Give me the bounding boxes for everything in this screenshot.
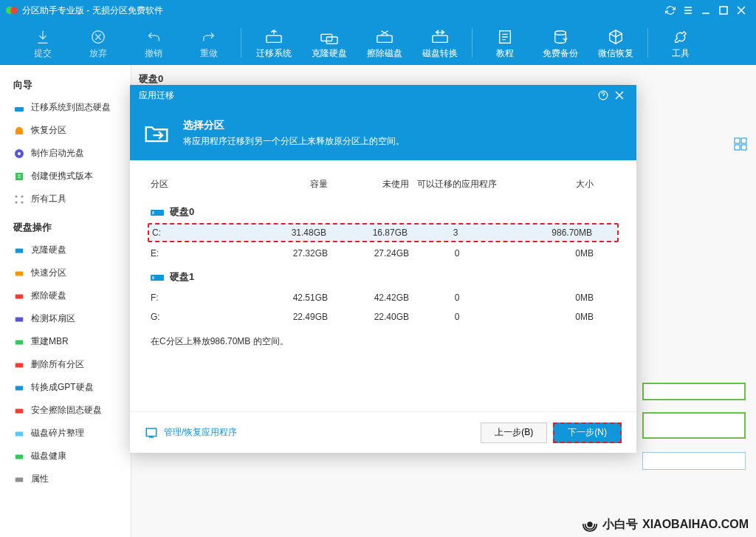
toolbar-教程[interactable]: 教程 [477,22,532,64]
sidebar-item-所有工具[interactable]: 所有工具 [0,188,131,211]
view-toggle-icon[interactable] [734,137,747,151]
close-icon[interactable] [732,3,750,18]
toolbar-icon [90,27,106,47]
sidebar-item-制作启动光盘[interactable]: 制作启动光盘 [0,142,131,165]
toolbar-提交[interactable]: 提交 [15,22,70,64]
help-icon[interactable] [595,87,611,103]
toolbar-免费备份[interactable]: 免费备份 [532,22,588,64]
toolbar-磁盘转换[interactable]: 磁盘转换 [412,22,467,64]
sidebar-item-擦除硬盘[interactable]: 擦除硬盘 [0,284,131,307]
sidebar-icon [13,382,25,394]
svg-rect-7 [377,35,391,42]
toolbar-重做[interactable]: 重做 [181,22,236,64]
sidebar-item-重建MBR[interactable]: 重建MBR [0,330,131,353]
svg-rect-31 [741,138,746,143]
toolbar-迁移系统[interactable]: 迁移系统 [246,22,301,64]
disk-icon [151,208,164,216]
toolbar-icon [608,27,624,47]
app-logo-icon [6,4,18,16]
disk-group-header: 硬盘0 [151,205,616,219]
back-button[interactable]: 上一步(B) [481,423,547,443]
partition-row-E:[interactable]: E:27.32GB27.24GB00MB [151,244,616,263]
col-capacity: 容量 [247,178,328,191]
dialog-title: 应用迁移 [139,89,174,102]
sidebar-icon [13,405,25,417]
sidebar-item-迁移系统到固态硬盘[interactable]: 迁移系统到固态硬盘 [0,96,131,119]
svg-rect-28 [16,454,24,459]
disk-icon [151,273,164,281]
toolbar-icon [551,27,569,47]
sidebar-icon [13,148,25,160]
sidebar-item-删除所有分区[interactable]: 删除所有分区 [0,353,131,376]
svg-rect-22 [16,317,24,321]
svg-rect-20 [16,271,24,276]
refresh-icon[interactable] [662,3,679,18]
sidebar-item-恢复分区[interactable]: 恢复分区 [0,119,131,142]
folder-arrow-icon [142,118,171,148]
sidebar-item-转换成GPT硬盘[interactable]: 转换成GPT硬盘 [0,376,131,399]
svg-rect-23 [16,340,24,344]
dialog-titlebar: 应用迁移 [130,85,636,106]
svg-point-40 [588,522,592,527]
toolbar-icon [264,27,284,47]
svg-rect-8 [432,35,447,42]
partition-row-C:[interactable]: C:31.48GB16.87GB3986.70MB [148,223,619,242]
toolbar-icon [430,27,450,47]
maximize-icon[interactable] [715,3,732,18]
sidebar-item-创建便携式版本[interactable]: 创建便携式版本 [0,165,131,188]
sidebar-wizard-title: 向导 [0,74,131,96]
sidebar-item-磁盘健康[interactable]: 磁盘健康 [0,445,131,468]
toolbar-工具[interactable]: 工具 [653,22,708,64]
sidebar-item-快速分区[interactable]: 快速分区 [0,261,131,284]
dialog-header: 选择分区 将应用程序迁移到另一个分区上来释放原分区上的空间。 [130,106,636,160]
sidebar-item-检测坏扇区[interactable]: 检测坏扇区 [0,307,131,330]
toolbar-克隆硬盘[interactable]: 克隆硬盘 [301,22,357,64]
sidebar-item-克隆硬盘[interactable]: 克隆硬盘 [0,239,131,261]
toolbar: 提交放弃撤销重做迁移系统克隆硬盘擦除磁盘磁盘转换教程免费备份微信恢复工具 [0,21,756,65]
toolbar-擦除磁盘[interactable]: 擦除磁盘 [357,22,412,64]
dialog-footer: 管理/恢复应用程序 上一步(B) 下一步(N) [130,411,636,453]
svg-rect-29 [16,477,24,482]
sidebar-icon [13,359,25,371]
partition-row-F:[interactable]: F:42.51GB42.42GB00MB [151,288,616,307]
sidebar-item-安全擦除固态硬盘[interactable]: 安全擦除固态硬盘 [0,399,131,422]
col-size: 大小 [505,178,594,191]
minimize-icon[interactable] [697,3,715,18]
sidebar-item-磁盘碎片整理[interactable]: 磁盘碎片整理 [0,422,131,445]
col-unused: 未使用 [328,178,409,191]
toolbar-icon [673,27,689,47]
svg-rect-2 [720,7,727,14]
disk0-label: 硬盘0 [139,72,163,86]
manage-apps-link[interactable]: 管理/恢复应用程序 [145,426,237,439]
svg-point-13 [18,152,21,155]
titlebar: 分区助手专业版 - 无损分区免费软件 [0,0,756,21]
sidebar: 向导 迁移系统到固态硬盘恢复分区制作启动光盘创建便携式版本所有工具 硬盘操作 克… [0,65,131,537]
toolbar-撤销[interactable]: 撤销 [126,22,181,64]
svg-rect-32 [735,145,740,150]
svg-rect-39 [146,428,157,437]
svg-rect-26 [16,408,24,413]
toolbar-icon [497,27,513,47]
next-button[interactable]: 下一步(N) [553,423,622,443]
table-header: 分区 容量 未使用 可以迁移的应用程序 大小 [151,174,616,198]
svg-point-17 [16,201,18,203]
svg-rect-33 [741,145,746,150]
svg-point-10 [554,30,566,35]
sidebar-item-属性[interactable]: 属性 [0,468,131,490]
sidebar-icon [13,473,25,485]
svg-rect-21 [16,294,24,298]
dialog-close-icon[interactable] [611,87,628,103]
sidebar-disk-title: 硬盘操作 [0,216,131,239]
menu-icon[interactable] [679,3,697,18]
col-apps: 可以迁移的应用程序 [409,178,505,191]
panel-outline-b [642,412,746,439]
sidebar-icon [13,336,25,348]
dialog-header-sub: 将应用程序迁移到另一个分区上来释放原分区上的空间。 [183,135,405,148]
toolbar-icon [35,27,51,47]
partition-row-G:[interactable]: G:22.49GB22.40GB00MB [151,307,616,326]
sidebar-icon [13,267,25,279]
sidebar-icon [13,244,25,256]
toolbar-微信恢复[interactable]: 微信恢复 [588,22,643,64]
toolbar-放弃[interactable]: 放弃 [70,22,126,64]
svg-rect-14 [16,173,23,180]
